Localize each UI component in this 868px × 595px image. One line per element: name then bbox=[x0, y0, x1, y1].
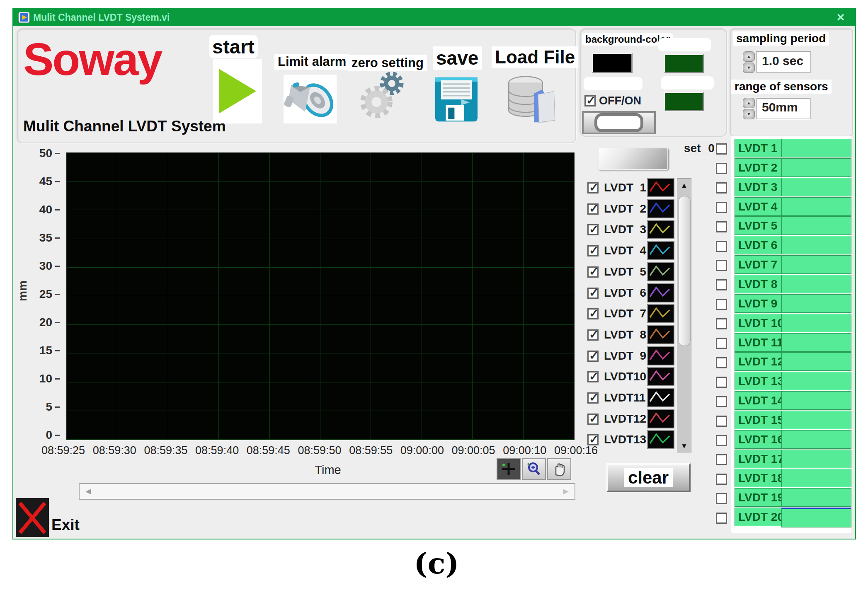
set-zero-checkbox[interactable] bbox=[716, 202, 727, 213]
set-zero-checkbox[interactable] bbox=[716, 513, 727, 524]
set-zero-checkbox[interactable] bbox=[716, 260, 727, 271]
legend-checkbox[interactable] bbox=[587, 224, 599, 235]
set-zero-checkbox[interactable] bbox=[716, 474, 727, 485]
x-axis-tick-label: 09:00:00 bbox=[400, 444, 444, 457]
sampling-period-value[interactable]: 1.0 sec bbox=[756, 51, 811, 73]
limit-alarm-button[interactable] bbox=[284, 75, 337, 123]
legend-checkbox[interactable] bbox=[587, 245, 599, 256]
legend-row: LVDT 1 bbox=[587, 178, 677, 197]
set-zero-checkbox[interactable] bbox=[716, 279, 727, 290]
exit-button[interactable] bbox=[16, 498, 49, 537]
legend-checkbox[interactable] bbox=[587, 266, 599, 278]
legend-checkbox[interactable] bbox=[587, 182, 599, 193]
legend-line-chip[interactable] bbox=[647, 178, 674, 197]
x-axis-tick-label: 09:00:05 bbox=[452, 444, 495, 457]
legend-line-chip[interactable] bbox=[647, 199, 674, 218]
set-zero-checkbox-column bbox=[716, 143, 727, 525]
lvdt-row-name: LVDT 15 bbox=[735, 411, 784, 429]
lvdt-row-value bbox=[781, 158, 851, 177]
legend-checkbox[interactable] bbox=[587, 414, 599, 425]
set-zero-checkbox[interactable] bbox=[716, 143, 727, 155]
waveform-chart-plot-area[interactable] bbox=[66, 152, 575, 440]
set-zero-checkbox[interactable] bbox=[716, 357, 727, 368]
x-axis-tick-label: 08:59:50 bbox=[298, 444, 341, 457]
table-row: LVDT 20 bbox=[735, 508, 848, 527]
increment-icon[interactable]: ▲ bbox=[743, 98, 755, 108]
scrollbar-thumb[interactable] bbox=[679, 196, 691, 346]
legend-scrollbar[interactable]: ▲ ▼ bbox=[677, 178, 691, 453]
legend-checkbox[interactable] bbox=[587, 203, 599, 215]
pan-hand-icon[interactable] bbox=[547, 458, 571, 480]
set-zero-checkbox[interactable] bbox=[716, 416, 727, 427]
set-zero-checkbox[interactable] bbox=[716, 454, 727, 465]
decrement-icon[interactable]: ▼ bbox=[743, 109, 755, 119]
legend-blank-button[interactable] bbox=[598, 148, 668, 170]
scroll-up-icon[interactable]: ▲ bbox=[677, 179, 691, 192]
legend-checkbox[interactable] bbox=[587, 288, 599, 299]
table-row: LVDT 8 bbox=[735, 275, 848, 294]
decrement-icon[interactable]: ▼ bbox=[743, 63, 755, 73]
screenshot-canvas: Mulit Channel LVDT System.vi × Soway Mul… bbox=[0, 0, 868, 595]
legend-checkbox[interactable] bbox=[587, 351, 599, 362]
range-of-sensors-control: ▲ ▼ 50mm bbox=[743, 98, 811, 119]
legend-line-chip[interactable] bbox=[647, 367, 674, 386]
x-axis-label: Time bbox=[305, 463, 351, 477]
legend-line-chip[interactable] bbox=[647, 409, 674, 428]
lvdt-row-value bbox=[781, 469, 851, 487]
scroll-down-icon[interactable]: ▼ bbox=[677, 439, 691, 453]
grid-color-swatch-2[interactable] bbox=[664, 92, 704, 111]
legend-checkbox[interactable] bbox=[587, 329, 599, 341]
set-zero-checkbox[interactable] bbox=[716, 493, 727, 504]
background-apply-button[interactable] bbox=[582, 111, 656, 134]
set-zero-checkbox[interactable] bbox=[716, 182, 727, 193]
crosshair-cursor-icon[interactable] bbox=[497, 458, 521, 480]
set-zero-checkbox[interactable] bbox=[716, 396, 727, 407]
set-zero-checkbox[interactable] bbox=[716, 435, 727, 446]
legend-line-chip[interactable] bbox=[647, 304, 674, 323]
zero-setting-button[interactable] bbox=[356, 69, 410, 124]
table-row: LVDT 18 bbox=[735, 469, 848, 488]
range-of-sensors-value[interactable]: 50mm bbox=[756, 98, 811, 119]
start-label: start bbox=[209, 35, 258, 58]
scroll-right-icon[interactable]: ► bbox=[561, 486, 570, 497]
legend-checkbox[interactable] bbox=[587, 308, 599, 319]
set-zero-checkbox[interactable] bbox=[716, 221, 727, 232]
legend-checkbox[interactable] bbox=[587, 392, 599, 404]
y-axis-tick-label: 0 bbox=[46, 428, 60, 442]
table-row: LVDT 11 bbox=[735, 333, 848, 353]
set-zero-checkbox[interactable] bbox=[716, 241, 727, 252]
set-zero-checkbox[interactable] bbox=[716, 163, 727, 174]
grid-color-swatch[interactable] bbox=[664, 54, 704, 73]
legend-line-chip[interactable] bbox=[647, 220, 674, 239]
set-zero-label: set 0 bbox=[684, 142, 715, 155]
legend-checkbox[interactable] bbox=[587, 434, 599, 445]
save-button[interactable] bbox=[432, 75, 481, 123]
legend-line-chip[interactable] bbox=[647, 283, 674, 302]
zoom-magnifier-icon[interactable] bbox=[522, 458, 546, 480]
set-zero-checkbox[interactable] bbox=[716, 299, 727, 310]
chart-horizontal-scrollbar[interactable]: ◄ ► bbox=[79, 483, 575, 500]
gears-icon bbox=[356, 69, 410, 124]
legend-line-chip[interactable] bbox=[647, 430, 674, 449]
lvdt-row-name: LVDT 4 bbox=[735, 197, 784, 216]
lvdt-row-name: LVDT 11 bbox=[735, 333, 784, 352]
off-on-checkbox[interactable] bbox=[584, 95, 596, 106]
save-label: save bbox=[433, 46, 482, 70]
legend-line-chip[interactable] bbox=[647, 241, 674, 260]
increment-icon[interactable]: ▲ bbox=[743, 51, 755, 62]
start-button[interactable] bbox=[213, 59, 262, 123]
set-zero-checkbox[interactable] bbox=[716, 377, 727, 388]
scroll-left-icon[interactable]: ◄ bbox=[84, 486, 93, 497]
legend-checkbox[interactable] bbox=[587, 371, 599, 382]
set-zero-checkbox[interactable] bbox=[716, 318, 727, 329]
close-icon[interactable]: × bbox=[832, 10, 849, 24]
load-file-button[interactable] bbox=[503, 75, 558, 124]
plot-background-swatch[interactable] bbox=[592, 53, 633, 73]
clear-button[interactable]: clear bbox=[606, 463, 691, 492]
legend-line-chip[interactable] bbox=[647, 325, 674, 344]
lvdt-row-name: LVDT 12 bbox=[735, 352, 784, 371]
legend-line-chip[interactable] bbox=[647, 262, 674, 281]
legend-line-chip[interactable] bbox=[647, 388, 674, 407]
legend-line-chip[interactable] bbox=[647, 346, 674, 365]
set-zero-checkbox[interactable] bbox=[716, 338, 727, 349]
